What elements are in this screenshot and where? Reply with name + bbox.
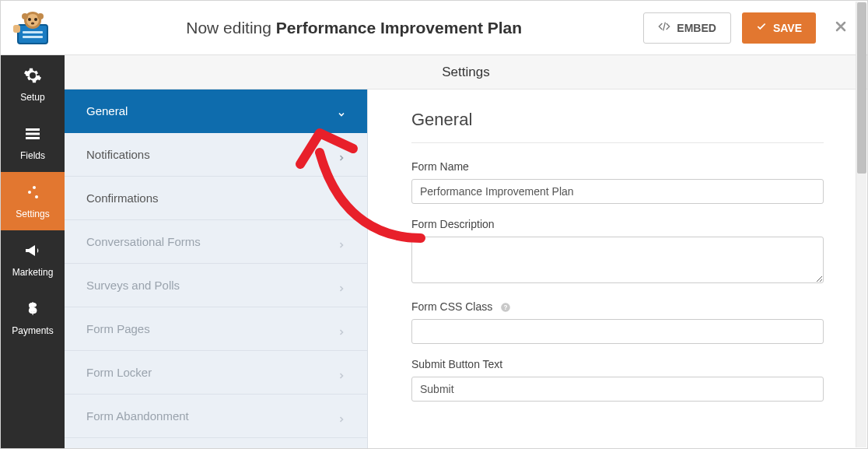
form-css-class-input[interactable] [411,319,824,344]
svg-point-14 [33,186,36,189]
close-icon [833,19,849,37]
wpforms-logo [1,1,65,55]
editing-prefix: Now editing [186,19,271,37]
form-description-label: Form Description [411,218,824,230]
nav-fields[interactable]: Fields [1,114,65,172]
settings-tab-form-locker-label: Form Locker [86,366,152,379]
settings-tab-notifications-label: Notifications [86,148,150,161]
svg-rect-2 [23,36,43,38]
dollar-icon: $ [23,300,42,321]
svg-point-7 [31,22,34,24]
megaphone-icon [23,241,42,262]
form-css-class-label-text: Form CSS Class [411,300,492,313]
settings-tab-conversational-forms[interactable]: Conversational Forms [65,220,367,264]
help-icon[interactable]: ? [500,302,511,313]
list-icon [23,125,42,146]
svg-rect-10 [13,25,20,33]
chevron-right-icon [338,238,345,246]
chevron-right-icon [338,282,345,289]
panel-heading: General [411,110,824,143]
scrollbar[interactable] [856,2,866,447]
svg-text:$: $ [28,300,37,317]
settings-tab-conversational-forms-label: Conversational Forms [86,235,201,248]
svg-rect-11 [26,128,40,131]
chevron-right-icon [338,195,345,202]
settings-tab-general-label: General [86,104,128,118]
nav-marketing[interactable]: Marketing [1,230,65,289]
svg-rect-12 [26,133,40,135]
gear-icon [23,66,42,87]
settings-tab-general[interactable]: General [65,89,367,133]
save-button[interactable]: SAVE [742,12,816,44]
save-label: SAVE [773,22,802,34]
nav-settings-label: Settings [16,209,49,219]
nav-payments-label: Payments [12,325,53,336]
svg-rect-13 [26,137,40,139]
scrollbar-thumb[interactable] [857,2,866,174]
svg-point-5 [28,18,31,21]
settings-tab-form-pages-label: Form Pages [86,322,150,335]
nav-fields-label: Fields [20,150,45,161]
settings-tab-form-abandonment[interactable]: Form Abandonment [65,395,367,438]
nav-payments[interactable]: $ Payments [1,289,65,347]
nav-setup[interactable]: Setup [1,55,65,114]
svg-point-15 [28,191,31,194]
form-name-label: Form Name [411,160,824,173]
close-button[interactable] [827,19,855,37]
nav-marketing-label: Marketing [12,267,54,278]
chevron-right-icon [338,151,345,159]
settings-tab-surveys-polls[interactable]: Surveys and Polls [65,264,367,307]
code-icon [658,20,670,35]
settings-tab-confirmations[interactable]: Confirmations [65,177,367,220]
form-name-input[interactable] [411,179,824,204]
embed-label: EMBED [677,22,716,34]
svg-rect-1 [23,31,43,33]
settings-tab-form-locker[interactable]: Form Locker [65,351,367,395]
settings-tab-surveys-polls-label: Surveys and Polls [86,279,180,292]
submit-button-text-input[interactable] [411,377,824,402]
svg-point-9 [37,13,44,19]
check-icon [756,21,767,34]
sliders-icon [23,183,42,204]
embed-button[interactable]: EMBED [643,12,731,44]
settings-tab-form-abandonment-label: Form Abandonment [86,409,189,423]
editing-form-name: Performance Improvement Plan [276,19,522,37]
editing-title: Now editing Performance Improvement Plan [65,19,643,37]
svg-point-6 [34,18,37,21]
chevron-down-icon [338,107,345,115]
content-title: Settings [65,55,867,89]
chevron-right-icon [338,325,345,333]
settings-tab-notifications[interactable]: Notifications [65,133,367,177]
settings-tab-confirmations-label: Confirmations [86,191,159,205]
submit-button-text-label: Submit Button Text [411,358,824,370]
svg-point-8 [22,13,28,19]
svg-point-16 [35,195,38,198]
form-description-input[interactable] [411,237,824,283]
nav-setup-label: Setup [20,92,44,103]
settings-tab-form-pages[interactable]: Form Pages [65,307,367,351]
nav-settings[interactable]: Settings [1,172,65,230]
chevron-right-icon [338,369,345,377]
svg-text:?: ? [504,304,508,311]
chevron-right-icon [338,412,345,420]
form-css-class-label: Form CSS Class ? [411,300,824,313]
